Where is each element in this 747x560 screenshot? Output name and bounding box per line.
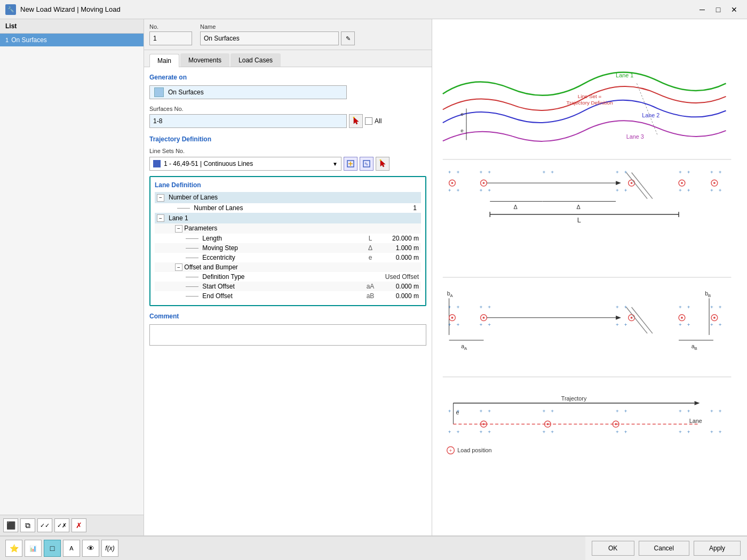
svg-text:+: + — [719, 322, 722, 327]
apply-button[interactable]: Apply — [694, 541, 741, 556]
sidebar-copy-btn[interactable]: ⧉ — [20, 518, 35, 532]
lane2-diagram-label: Lane 2 — [642, 112, 659, 118]
svg-text:B: B — [695, 346, 697, 351]
end-offset-value[interactable]: 0.000 m — [378, 291, 421, 301]
sidebar-list: 1 On Surfaces — [0, 34, 144, 515]
end-offset-unit: m — [414, 292, 419, 300]
tree-line-so: —— — [186, 283, 198, 290]
start-offset-value[interactable]: 0.000 m — [378, 282, 421, 291]
tab-main[interactable]: Main — [149, 54, 179, 67]
lane1-row: − Lane 1 — [155, 213, 421, 224]
line-sets-edit-btn[interactable]: ✎ — [360, 157, 374, 171]
svg-text:+: + — [710, 304, 713, 310]
toolbar-fx-btn[interactable]: f(x) — [101, 540, 118, 557]
svg-text:+: + — [480, 408, 483, 414]
svg-text:+: + — [616, 429, 619, 435]
tree-line-l: —— — [186, 235, 198, 242]
svg-point-78 — [713, 317, 716, 319]
svg-text:+: + — [448, 304, 451, 310]
comment-input[interactable] — [149, 324, 426, 346]
svg-text:+: + — [624, 429, 627, 435]
collapse-lane1[interactable]: − — [157, 214, 164, 222]
end-offset-row: —— End Offset aB 0.000 m — [155, 291, 421, 301]
surfaces-cursor-btn[interactable] — [349, 114, 363, 128]
cancel-button[interactable]: Cancel — [639, 541, 689, 556]
num-lanes-value[interactable]: 1 — [378, 203, 421, 213]
svg-marker-97 — [695, 401, 700, 405]
offset-bumper-label: Offset and Bumper — [184, 263, 238, 271]
all-checkbox-box[interactable] — [365, 117, 372, 125]
toolbar-text-btn[interactable]: A — [63, 540, 80, 557]
generate-on-dropdown[interactable]: On Surfaces — [149, 85, 347, 99]
svg-text:+: + — [543, 429, 546, 435]
svg-point-117 — [615, 423, 617, 425]
def-type-value[interactable]: Used Offset — [378, 272, 421, 282]
svg-line-90 — [632, 307, 653, 333]
toolbar-box-btn[interactable]: □ — [44, 540, 61, 557]
line-sets-value: 1 - 46,49-51 | Continuous Lines — [164, 160, 253, 167]
svg-text:+: + — [551, 169, 554, 175]
eccentricity-sym: e — [362, 253, 378, 262]
line-sets-dropdown[interactable]: 1 - 46,49-51 | Continuous Lines ▼ — [149, 157, 341, 171]
all-checkbox[interactable]: All — [365, 117, 382, 125]
sidebar-item-on-surfaces[interactable]: 1 On Surfaces — [0, 34, 144, 46]
svg-text:+: + — [480, 187, 483, 193]
window-title: New Load Wizard | Moving Load — [20, 5, 121, 13]
surfaces-no-input[interactable] — [149, 114, 347, 128]
toolbar-star-btn[interactable]: ⭐ — [5, 540, 22, 557]
length-value[interactable]: 20.000 m — [378, 234, 421, 243]
line-sets-new-btn[interactable] — [344, 157, 357, 171]
svg-text:+: + — [679, 187, 682, 193]
collapse-offset[interactable]: − — [175, 263, 182, 271]
def-type-row: —— Definition Type Used Offset — [155, 272, 421, 282]
comment-section: Comment — [149, 313, 426, 347]
maximize-button[interactable]: □ — [711, 4, 726, 15]
sidebar-check-all-btn[interactable]: ✓✓ — [37, 518, 52, 532]
sidebar-new-btn[interactable]: ⬛ — [3, 518, 18, 532]
moving-step-value[interactable]: 1.000 m — [378, 243, 421, 253]
close-button[interactable]: ✕ — [727, 4, 742, 15]
svg-text:+: + — [448, 322, 451, 327]
generate-on-value: On Surfaces — [168, 89, 204, 96]
svg-point-115 — [546, 423, 549, 425]
no-input[interactable] — [149, 31, 192, 45]
toolbar-eye-btn[interactable]: 👁 — [82, 540, 99, 557]
line-sets-row: 1 - 46,49-51 | Continuous Lines ▼ ✎ — [149, 157, 426, 171]
name-input[interactable] — [200, 31, 339, 45]
ok-button[interactable]: OK — [592, 541, 634, 556]
svg-text:+: + — [719, 187, 722, 193]
start-offset-unit: m — [414, 283, 419, 290]
tab-content-main: Generate on On Surfaces Surfaces No. — [144, 67, 432, 535]
svg-text:+: + — [710, 408, 713, 414]
svg-text:+: + — [449, 447, 452, 453]
load-position-label: Load position — [457, 447, 491, 453]
tab-load-cases[interactable]: Load Cases — [231, 53, 281, 67]
sidebar-uncheck-btn[interactable]: ✓✗ — [54, 518, 69, 532]
line-sets-label: Line Sets No. — [149, 148, 185, 154]
collapse-num-lanes[interactable]: − — [157, 194, 164, 202]
collapse-params[interactable]: − — [175, 225, 182, 233]
eccentricity-value[interactable]: 0.000 m — [378, 253, 421, 262]
svg-text:+: + — [616, 408, 619, 414]
no-label: No. — [149, 23, 192, 30]
dropdown-indicator — [154, 87, 164, 97]
bottom-toolbar: ⭐ 📊 □ A 👁 f(x) — [0, 536, 585, 560]
svg-point-30 — [631, 182, 633, 184]
svg-point-113 — [483, 423, 485, 425]
sidebar-delete-btn[interactable]: ✗ — [71, 518, 86, 532]
e-label-1: e — [460, 111, 464, 117]
svg-text:+: + — [480, 322, 483, 327]
tab-movements[interactable]: Movements — [180, 53, 229, 67]
length-sym: L — [362, 234, 378, 243]
svg-text:+: + — [687, 187, 690, 193]
length-row: —— Length L 20.000 m — [155, 234, 421, 243]
line-sets-cursor-btn[interactable] — [376, 157, 390, 171]
svg-line-46 — [632, 172, 653, 198]
moving-step-unit: m — [414, 244, 419, 252]
lane3-diagram-label: Lane 3 — [626, 133, 644, 140]
name-edit-btn[interactable]: ✎ — [341, 31, 355, 45]
minimize-button[interactable]: ─ — [695, 4, 710, 15]
svg-text:+: + — [719, 429, 722, 435]
toolbar-graph-btn[interactable]: 📊 — [25, 540, 42, 557]
app-icon: 🔧 — [5, 4, 16, 15]
